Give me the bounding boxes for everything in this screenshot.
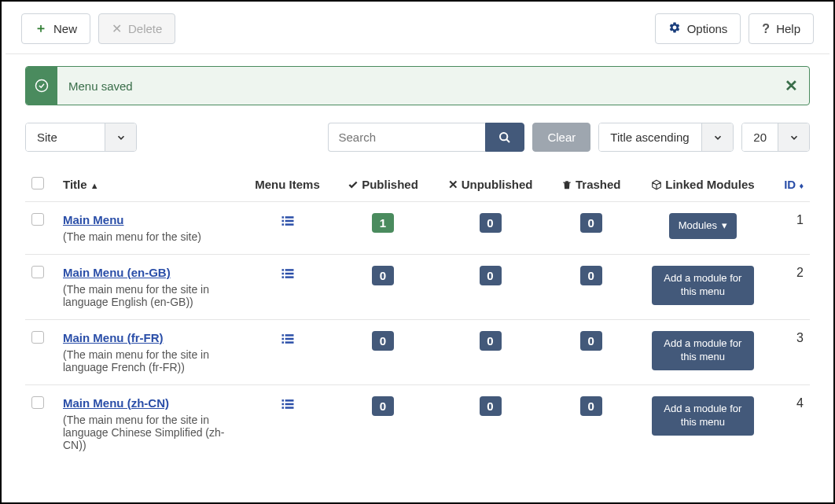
svg-rect-13 (281, 276, 284, 278)
new-button-label: New (53, 22, 77, 35)
table-head: Title ▲ Menu Items Published ✕ Unpublish… (25, 167, 810, 202)
gear-icon (668, 21, 681, 37)
toolbar: ＋ New ✕ Delete Options ? Help (6, 6, 829, 54)
sort-select-label: Title ascending (599, 123, 701, 151)
modules-dropdown[interactable]: Modules ▾ (669, 213, 737, 239)
search-group (328, 123, 524, 152)
menu-title-link[interactable]: Main Menu (zh-CN) (63, 396, 169, 410)
site-select[interactable]: Site (25, 123, 137, 152)
delete-button-label: Delete (128, 22, 162, 35)
svg-rect-11 (281, 273, 284, 275)
col-published[interactable]: Published (333, 167, 432, 202)
published-badge[interactable]: 0 (372, 266, 394, 285)
search-icon (498, 131, 511, 144)
svg-point-1 (500, 133, 507, 140)
col-title[interactable]: Title ▲ (57, 167, 241, 202)
unpublished-badge[interactable]: 0 (480, 396, 502, 416)
svg-rect-6 (285, 220, 293, 223)
svg-rect-23 (281, 403, 284, 406)
sort-icon: ♦ (799, 181, 804, 190)
id-cell: 1 (771, 202, 810, 255)
search-button[interactable] (485, 123, 524, 152)
check-circle-icon (26, 67, 57, 105)
add-module-button[interactable]: Add a module for this menu (652, 266, 754, 305)
unpublished-badge[interactable]: 0 (480, 331, 502, 351)
svg-line-2 (506, 139, 509, 142)
table-row: Main Menu (en-GB) (The main menu for the… (25, 255, 810, 320)
table-row: Main Menu (zh-CN) (The main menu for the… (25, 385, 810, 463)
clear-button[interactable]: Clear (532, 123, 590, 152)
table-row: Main Menu (fr-FR) (The main menu for the… (25, 320, 810, 385)
col-trashed[interactable]: Trashed (548, 167, 634, 202)
menus-table: Title ▲ Menu Items Published ✕ Unpublish… (25, 167, 810, 462)
trashed-badge[interactable]: 0 (580, 266, 602, 285)
menu-title-link[interactable]: Main Menu (63, 213, 124, 226)
id-cell: 3 (771, 320, 810, 385)
row-checkbox[interactable] (31, 213, 44, 226)
svg-rect-26 (285, 407, 293, 409)
plus-icon: ＋ (35, 20, 47, 37)
svg-rect-12 (285, 273, 293, 275)
chevron-down-icon (778, 123, 809, 151)
trash-icon (561, 179, 572, 190)
unpublished-badge[interactable]: 0 (480, 266, 502, 285)
row-checkbox[interactable] (31, 266, 44, 278)
options-button[interactable]: Options (655, 13, 741, 44)
row-checkbox[interactable] (31, 396, 44, 409)
svg-rect-21 (281, 399, 284, 402)
menu-description: (The main menu for the site in language … (63, 348, 235, 373)
col-id[interactable]: ID ♦ (771, 167, 810, 202)
caret-down-icon: ▾ (722, 219, 727, 233)
menu-title-link[interactable]: Main Menu (fr-FR) (63, 331, 163, 344)
new-button[interactable]: ＋ New (21, 13, 90, 44)
svg-rect-18 (285, 338, 293, 340)
menu-description: (The main menu for the site) (63, 230, 235, 243)
question-icon: ? (762, 22, 770, 36)
x-icon: ✕ (448, 178, 458, 191)
x-icon: ✕ (112, 21, 122, 36)
limit-select[interactable]: 20 (741, 123, 810, 152)
trashed-badge[interactable]: 0 (580, 396, 602, 416)
sort-asc-icon: ▲ (90, 181, 99, 190)
svg-rect-7 (281, 223, 284, 226)
svg-rect-9 (281, 269, 284, 271)
menu-description: (The main menu for the site in language … (63, 414, 235, 451)
menu-title-link[interactable]: Main Menu (en-GB) (63, 266, 171, 279)
published-badge[interactable]: 1 (372, 213, 394, 233)
check-icon (348, 179, 359, 190)
trashed-badge[interactable]: 0 (580, 213, 602, 233)
add-module-button[interactable]: Add a module for this menu (652, 331, 754, 370)
list-icon[interactable] (280, 398, 296, 415)
alert-success: Menu saved ✕ (25, 66, 810, 105)
svg-rect-17 (281, 338, 284, 340)
svg-rect-5 (281, 220, 284, 223)
sort-select[interactable]: Title ascending (598, 123, 734, 152)
help-button[interactable]: ? Help (749, 13, 814, 44)
published-badge[interactable]: 0 (372, 331, 394, 351)
id-cell: 2 (771, 255, 810, 320)
svg-point-0 (36, 80, 48, 92)
delete-button: ✕ Delete (98, 13, 175, 44)
spacer (183, 13, 646, 44)
site-select-label: Site (26, 123, 105, 151)
id-cell: 4 (771, 385, 810, 463)
add-module-button[interactable]: Add a module for this menu (652, 396, 754, 436)
svg-rect-16 (285, 334, 293, 337)
unpublished-badge[interactable]: 0 (480, 213, 502, 233)
trashed-badge[interactable]: 0 (580, 331, 602, 351)
row-checkbox[interactable] (31, 331, 44, 344)
limit-select-label: 20 (742, 123, 778, 151)
search-input[interactable] (328, 123, 485, 152)
alert-close-button[interactable]: ✕ (774, 76, 809, 95)
list-icon[interactable] (280, 267, 296, 285)
table-row: Main Menu (The main menu for the site) 1… (25, 202, 810, 255)
svg-rect-10 (285, 269, 293, 271)
svg-rect-20 (285, 341, 293, 344)
col-menu-items: Menu Items (241, 167, 333, 202)
list-icon[interactable] (280, 333, 296, 350)
svg-rect-15 (281, 334, 284, 337)
select-all-checkbox[interactable] (31, 177, 44, 189)
list-icon[interactable] (280, 215, 296, 232)
col-unpublished[interactable]: ✕ Unpublished (432, 167, 548, 202)
published-badge[interactable]: 0 (372, 396, 394, 416)
